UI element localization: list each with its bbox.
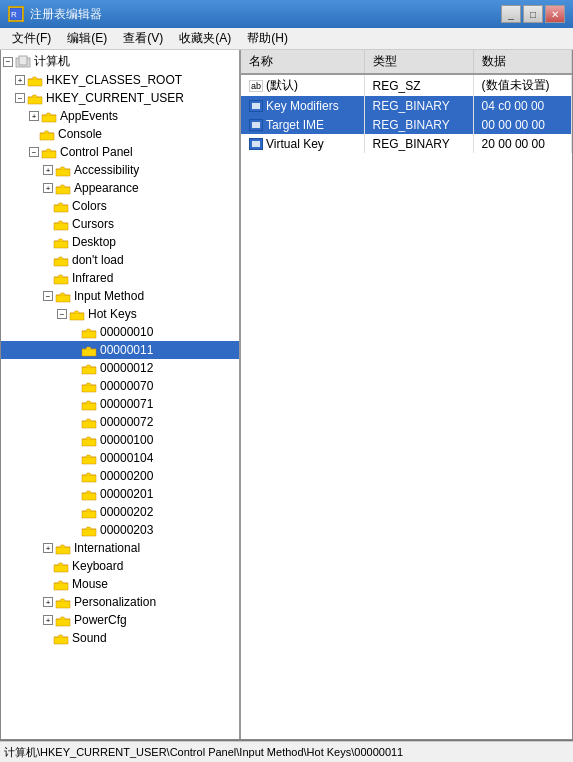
tree-node-sound[interactable]: Sound xyxy=(1,629,239,647)
menu-view[interactable]: 查看(V) xyxy=(115,28,171,49)
tree-node-hotkeys[interactable]: − Hot Keys xyxy=(1,305,239,323)
tree-node-accessibility[interactable]: + Accessibility xyxy=(1,161,239,179)
key00000071-icon xyxy=(81,398,97,411)
svg-text:R: R xyxy=(11,10,17,19)
computer-icon xyxy=(15,55,31,68)
menu-edit[interactable]: 编辑(E) xyxy=(59,28,115,49)
expand-hkcr[interactable]: + xyxy=(15,75,25,85)
key00000201-label: 00000201 xyxy=(100,487,153,501)
tree-node-00000071[interactable]: 00000071 xyxy=(1,395,239,413)
expand-hotkeys[interactable]: − xyxy=(57,309,67,319)
console-icon xyxy=(39,128,55,141)
expand-international[interactable]: + xyxy=(43,543,53,553)
tree-node-colors[interactable]: Colors xyxy=(1,197,239,215)
key00000202-label: 00000202 xyxy=(100,505,153,519)
tree-node-powercfg[interactable]: + PowerCfg xyxy=(1,611,239,629)
tree-node-hkcu[interactable]: − HKEY_CURRENT_USER xyxy=(1,89,239,107)
expand-controlpanel[interactable]: − xyxy=(29,147,39,157)
powercfg-icon xyxy=(55,614,71,627)
close-button[interactable]: ✕ xyxy=(545,5,565,23)
expand-hkcu[interactable]: − xyxy=(15,93,25,103)
tree-node-appearance[interactable]: + Appearance xyxy=(1,179,239,197)
title-bar: R 注册表编辑器 _ □ ✕ xyxy=(0,0,573,28)
tree-node-dontload[interactable]: don't load xyxy=(1,251,239,269)
tree-panel[interactable]: − 计算机 + HKEY_CLASSES_ROOT − HKEY_CURRENT… xyxy=(1,50,241,739)
cell-name: ab (默认) xyxy=(241,74,364,96)
key00000012-label: 00000012 xyxy=(100,361,153,375)
controlpanel-icon xyxy=(41,146,57,159)
tree-node-00000012[interactable]: 00000012 xyxy=(1,359,239,377)
key00000104-icon xyxy=(81,452,97,465)
expand-inputmethod[interactable]: − xyxy=(43,291,53,301)
infrared-label: Infrared xyxy=(72,271,113,285)
maximize-button[interactable]: □ xyxy=(523,5,543,23)
tree-node-cursors[interactable]: Cursors xyxy=(1,215,239,233)
mouse-label: Mouse xyxy=(72,577,108,591)
table-row[interactable]: ab (默认)REG_SZ(数值未设置) xyxy=(241,74,572,96)
dontload-icon xyxy=(53,254,69,267)
hotkeys-icon xyxy=(69,308,85,321)
tree-node-desktop[interactable]: Desktop xyxy=(1,233,239,251)
sound-label: Sound xyxy=(72,631,107,645)
expand-appevents[interactable]: + xyxy=(29,111,39,121)
tree-node-appevents[interactable]: + AppEvents xyxy=(1,107,239,125)
values-table: 名称 类型 数据 ab (默认)REG_SZ(数值未设置) Key Modifi… xyxy=(241,50,572,153)
status-path: 计算机\HKEY_CURRENT_USER\Control Panel\Inpu… xyxy=(4,745,403,760)
expand-accessibility[interactable]: + xyxy=(43,165,53,175)
table-row[interactable]: Key ModifiersREG_BINARY04 c0 00 00 xyxy=(241,96,572,115)
minimize-button[interactable]: _ xyxy=(501,5,521,23)
table-row[interactable]: Target IMEREG_BINARY00 00 00 00 xyxy=(241,115,572,134)
tree-node-keyboard[interactable]: Keyboard xyxy=(1,557,239,575)
inputmethod-label: Input Method xyxy=(74,289,144,303)
appearance-icon xyxy=(55,182,71,195)
window-title: 注册表编辑器 xyxy=(30,6,501,23)
cell-type: REG_BINARY xyxy=(364,134,473,153)
cell-type: REG_SZ xyxy=(364,74,473,96)
tree-node-00000010[interactable]: 00000010 xyxy=(1,323,239,341)
tree-node-controlpanel[interactable]: − Control Panel xyxy=(1,143,239,161)
table-row[interactable]: Virtual KeyREG_BINARY20 00 00 00 xyxy=(241,134,572,153)
tree-node-00000203[interactable]: 00000203 xyxy=(1,521,239,539)
expand-personalization[interactable]: + xyxy=(43,597,53,607)
tree-node-00000202[interactable]: 00000202 xyxy=(1,503,239,521)
appearance-label: Appearance xyxy=(74,181,139,195)
menu-help[interactable]: 帮助(H) xyxy=(239,28,296,49)
tree-node-hkcr[interactable]: + HKEY_CLASSES_ROOT xyxy=(1,71,239,89)
tree-node-00000100[interactable]: 00000100 xyxy=(1,431,239,449)
tree-node-00000200[interactable]: 00000200 xyxy=(1,467,239,485)
expand-appearance[interactable]: + xyxy=(43,183,53,193)
tree-node-00000072[interactable]: 00000072 xyxy=(1,413,239,431)
tree-node-computer[interactable]: − 计算机 xyxy=(1,52,239,71)
tree-node-00000070[interactable]: 00000070 xyxy=(1,377,239,395)
status-bar: 计算机\HKEY_CURRENT_USER\Control Panel\Inpu… xyxy=(0,740,573,762)
col-type-header: 类型 xyxy=(364,50,473,74)
key00000100-label: 00000100 xyxy=(100,433,153,447)
svg-rect-3 xyxy=(19,56,27,65)
key00000070-icon xyxy=(81,380,97,393)
menu-favorites[interactable]: 收藏夹(A) xyxy=(171,28,239,49)
cell-name: Virtual Key xyxy=(241,134,364,153)
cell-data: 20 00 00 00 xyxy=(473,134,571,153)
key00000012-icon xyxy=(81,362,97,375)
expand-powercfg[interactable]: + xyxy=(43,615,53,625)
cell-name: Target IME xyxy=(241,115,364,134)
tree-node-inputmethod[interactable]: − Input Method xyxy=(1,287,239,305)
tree-node-00000201[interactable]: 00000201 xyxy=(1,485,239,503)
col-name-header: 名称 xyxy=(241,50,364,74)
tree-node-00000011[interactable]: 00000011 xyxy=(1,341,239,359)
key00000010-icon xyxy=(81,326,97,339)
cell-name: Key Modifiers xyxy=(241,96,364,115)
tree-node-international[interactable]: + International xyxy=(1,539,239,557)
tree-node-00000104[interactable]: 00000104 xyxy=(1,449,239,467)
tree-node-console[interactable]: Console xyxy=(1,125,239,143)
cursors-icon xyxy=(53,218,69,231)
menu-file[interactable]: 文件(F) xyxy=(4,28,59,49)
expand-computer[interactable]: − xyxy=(3,57,13,67)
tree-node-infrared[interactable]: Infrared xyxy=(1,269,239,287)
sound-icon xyxy=(53,632,69,645)
key00000201-icon xyxy=(81,488,97,501)
dontload-label: don't load xyxy=(72,253,124,267)
tree-node-mouse[interactable]: Mouse xyxy=(1,575,239,593)
key00000071-label: 00000071 xyxy=(100,397,153,411)
tree-node-personalization[interactable]: + Personalization xyxy=(1,593,239,611)
